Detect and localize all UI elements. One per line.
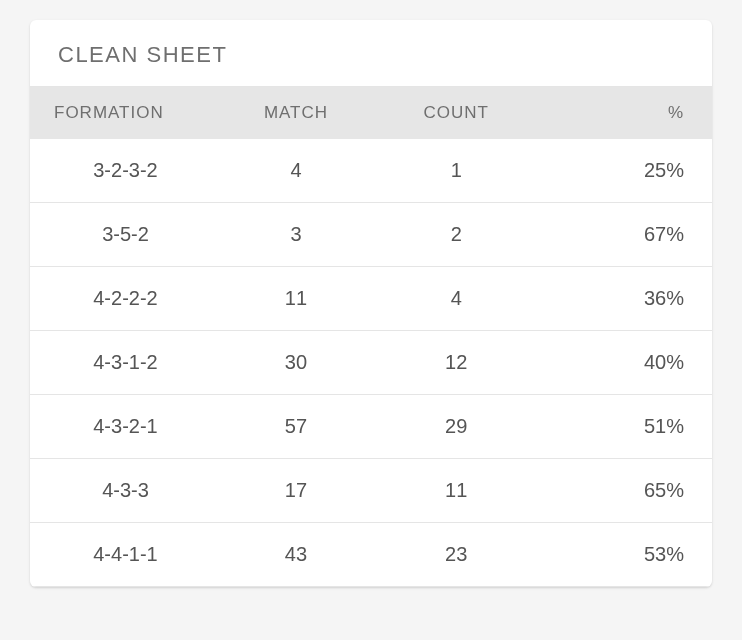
cell-match: 43	[221, 523, 371, 587]
cell-count: 12	[371, 331, 542, 395]
column-header-formation: FORMATION	[30, 87, 221, 139]
cell-count: 23	[371, 523, 542, 587]
table-row: 3-2-3-24125%	[30, 139, 712, 203]
cell-formation: 3-2-3-2	[30, 139, 221, 203]
cell-percent: 40%	[541, 331, 712, 395]
cell-count: 1	[371, 139, 542, 203]
card-title: CLEAN SHEET	[30, 20, 712, 87]
cell-percent: 36%	[541, 267, 712, 331]
cell-match: 3	[221, 203, 371, 267]
cell-match: 30	[221, 331, 371, 395]
cell-percent: 53%	[541, 523, 712, 587]
cell-formation: 4-3-1-2	[30, 331, 221, 395]
clean-sheet-table: FORMATION MATCH COUNT % 3-2-3-24125%3-5-…	[30, 87, 712, 587]
table-row: 4-3-3171165%	[30, 459, 712, 523]
table-row: 4-4-1-1432353%	[30, 523, 712, 587]
table-header-row: FORMATION MATCH COUNT %	[30, 87, 712, 139]
table-row: 4-3-2-1572951%	[30, 395, 712, 459]
cell-count: 11	[371, 459, 542, 523]
cell-match: 17	[221, 459, 371, 523]
cell-match: 11	[221, 267, 371, 331]
cell-formation: 3-5-2	[30, 203, 221, 267]
cell-percent: 67%	[541, 203, 712, 267]
cell-formation: 4-4-1-1	[30, 523, 221, 587]
cell-count: 2	[371, 203, 542, 267]
table-row: 4-3-1-2301240%	[30, 331, 712, 395]
cell-count: 29	[371, 395, 542, 459]
column-header-match: MATCH	[221, 87, 371, 139]
column-header-percent: %	[541, 87, 712, 139]
column-header-count: COUNT	[371, 87, 542, 139]
table-body: 3-2-3-24125%3-5-23267%4-2-2-211436%4-3-1…	[30, 139, 712, 587]
cell-percent: 51%	[541, 395, 712, 459]
cell-match: 57	[221, 395, 371, 459]
table-row: 3-5-23267%	[30, 203, 712, 267]
table-row: 4-2-2-211436%	[30, 267, 712, 331]
cell-count: 4	[371, 267, 542, 331]
cell-formation: 4-3-2-1	[30, 395, 221, 459]
clean-sheet-card: CLEAN SHEET FORMATION MATCH COUNT % 3-2-…	[30, 20, 712, 587]
cell-percent: 25%	[541, 139, 712, 203]
cell-formation: 4-2-2-2	[30, 267, 221, 331]
cell-match: 4	[221, 139, 371, 203]
cell-formation: 4-3-3	[30, 459, 221, 523]
cell-percent: 65%	[541, 459, 712, 523]
